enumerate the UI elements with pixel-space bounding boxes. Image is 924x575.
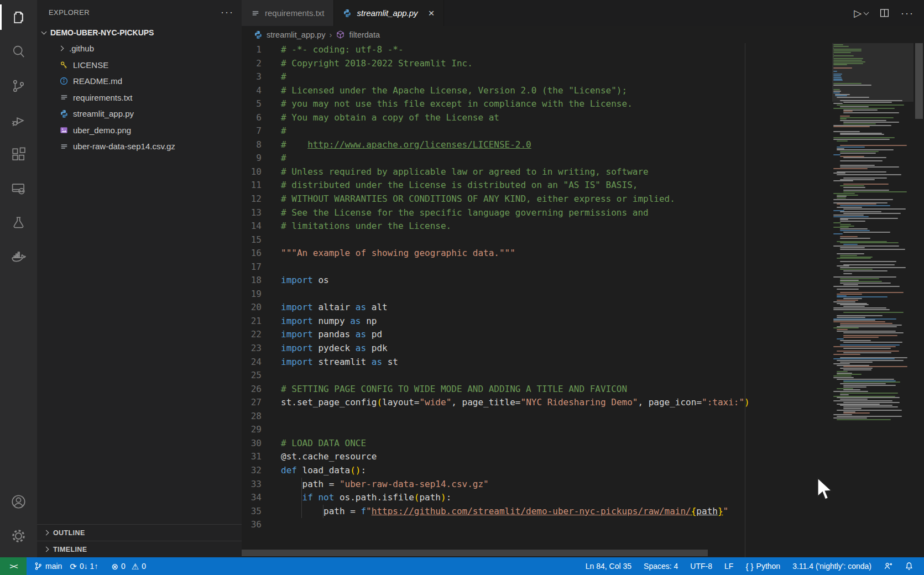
code-line-17[interactable]: 17 bbox=[242, 260, 832, 274]
code-editor[interactable]: 1# -*- coding: utf-8 -*-2# Copyright 201… bbox=[242, 43, 832, 557]
code-line-3[interactable]: 3# bbox=[242, 70, 832, 84]
code-line-30[interactable]: 30# LOAD DATA ONCE bbox=[242, 437, 832, 451]
code-line-6[interactable]: 6# You may obtain a copy of the License … bbox=[242, 111, 832, 125]
minimap-line bbox=[833, 327, 859, 328]
code-line-24[interactable]: 24import streamlit as st bbox=[242, 356, 832, 369]
status-eol[interactable]: LF bbox=[721, 557, 737, 575]
minimap-line bbox=[843, 381, 900, 383]
tree-file-uber-raw-data-sep14.csv.gz[interactable]: uber-raw-data-sep14.csv.gz bbox=[37, 138, 242, 155]
code-line-1[interactable]: 1# -*- coding: utf-8 -*- bbox=[242, 43, 832, 57]
timeline-panel-header[interactable]: TIMELINE bbox=[37, 541, 242, 557]
status-feedback[interactable] bbox=[880, 557, 896, 575]
code-line-16[interactable]: 16"""An example of showing geographic da… bbox=[242, 247, 832, 260]
minimap-line bbox=[840, 249, 905, 250]
minimap[interactable] bbox=[832, 43, 913, 557]
breadcrumb-symbol[interactable]: filterdata bbox=[349, 30, 380, 39]
code-line-27[interactable]: 27st.set_page_config(layout="wide", page… bbox=[242, 396, 832, 410]
split-editor-button[interactable] bbox=[880, 8, 889, 18]
tree-file-streamlit_app.py[interactable]: streamlit_app.py bbox=[37, 106, 242, 122]
code-line-29[interactable]: 29 bbox=[242, 423, 832, 437]
explorer-icon[interactable] bbox=[0, 0, 37, 34]
code-line-8[interactable]: 8# http://www.apache.org/licenses/LICENS… bbox=[242, 138, 832, 152]
code-line-10[interactable]: 10# Unless required by applicable law or… bbox=[242, 165, 832, 179]
code-line-22[interactable]: 22import pandas as pd bbox=[242, 328, 832, 342]
code-line-21[interactable]: 21import numpy as np bbox=[242, 315, 832, 328]
horizontal-scrollbar-thumb[interactable] bbox=[242, 550, 708, 556]
status-python-interpreter[interactable]: 3.11.4 ('nightly': conda) bbox=[789, 557, 875, 575]
code-line-26[interactable]: 26# SETTING PAGE CONFIG TO WIDE MODE AND… bbox=[242, 383, 832, 396]
tree-folder-.github[interactable]: .github bbox=[37, 40, 242, 57]
breadcrumb-file[interactable]: streamlit_app.py bbox=[267, 30, 325, 39]
minimap-line bbox=[840, 280, 859, 281]
code-line-13[interactable]: 13# See the License for the specific lan… bbox=[242, 206, 832, 220]
text-icon bbox=[59, 93, 69, 102]
minimap-line bbox=[833, 50, 862, 51]
status-encoding[interactable]: UTF-8 bbox=[686, 557, 716, 575]
git-sync-item[interactable]: ⟳ 0↓ 1↑ bbox=[66, 557, 102, 575]
code-line-5[interactable]: 5# you may not use this file except in c… bbox=[242, 97, 832, 111]
explorer-more-actions-icon[interactable]: ··· bbox=[221, 9, 234, 15]
code-line-36[interactable]: 36 bbox=[242, 518, 832, 532]
code-line-31[interactable]: 31@st.cache_resource bbox=[242, 450, 832, 464]
code-line-11[interactable]: 11# distributed under the License is dis… bbox=[242, 179, 832, 192]
code-line-32[interactable]: 32def load_data(): bbox=[242, 464, 832, 478]
code-line-18[interactable]: 18import os bbox=[242, 274, 832, 288]
code-line-34[interactable]: 34if not os.path.isfile(path): bbox=[242, 491, 832, 505]
minimap-line bbox=[840, 368, 873, 369]
tab-streamlit_app.py[interactable]: streamlit_app.py× bbox=[334, 0, 444, 26]
run-python-file-button[interactable]: ▷ bbox=[854, 7, 868, 19]
run-and-debug-icon[interactable] bbox=[0, 103, 37, 137]
settings-icon[interactable] bbox=[0, 519, 37, 553]
remote-explorer-icon[interactable] bbox=[0, 171, 37, 206]
tree-file-requirements.txt[interactable]: requirements.txt bbox=[37, 90, 242, 106]
root-folder-row[interactable]: DEMO-UBER-NYC-PICKUPS bbox=[37, 24, 242, 40]
status-language-mode[interactable]: { }Python bbox=[742, 557, 784, 575]
code-line-23[interactable]: 23import pydeck as pdk bbox=[242, 342, 832, 356]
code-line-7[interactable]: 7# bbox=[242, 124, 832, 138]
minimap-line bbox=[833, 108, 895, 109]
source-control-icon[interactable] bbox=[0, 69, 37, 103]
code-line-2[interactable]: 2# Copyright 2018-2022 Streamlit Inc. bbox=[242, 57, 832, 71]
docker-icon[interactable] bbox=[0, 240, 37, 274]
minimap-line bbox=[840, 221, 865, 222]
tab-requirements.txt[interactable]: requirements.txt bbox=[242, 0, 334, 26]
minimap-line bbox=[837, 410, 902, 411]
code-line-4[interactable]: 4# Licensed under the Apache License, Ve… bbox=[242, 84, 832, 98]
status-cursor-position[interactable]: Ln 84, Col 35 bbox=[582, 557, 635, 575]
code-line-19[interactable]: 19 bbox=[242, 288, 832, 301]
indent-guide bbox=[281, 505, 323, 519]
search-icon[interactable] bbox=[0, 34, 37, 69]
git-branch-item[interactable]: main bbox=[30, 557, 66, 575]
close-icon[interactable]: × bbox=[429, 8, 435, 18]
status-notifications[interactable] bbox=[901, 557, 917, 575]
line-content: # bbox=[281, 70, 286, 84]
vertical-scrollbar-thumb[interactable] bbox=[915, 43, 923, 119]
minimap-line bbox=[833, 71, 837, 72]
extensions-icon[interactable] bbox=[0, 137, 37, 171]
minimap-line bbox=[840, 269, 873, 270]
vertical-scrollbar[interactable] bbox=[914, 43, 924, 557]
code-line-15[interactable]: 15 bbox=[242, 233, 832, 247]
editor-ruler bbox=[745, 43, 745, 557]
code-line-12[interactable]: 12# WITHOUT WARRANTIES OR CONDITIONS OF … bbox=[242, 192, 832, 206]
code-line-14[interactable]: 14# limitations under the License. bbox=[242, 219, 832, 233]
tree-file-uber_demo.png[interactable]: uber_demo.png bbox=[37, 122, 242, 139]
horizontal-scrollbar[interactable] bbox=[242, 550, 832, 556]
tree-file-README.md[interactable]: README.md bbox=[37, 73, 242, 90]
remote-indicator[interactable]: >< bbox=[0, 557, 27, 575]
code-line-28[interactable]: 28 bbox=[242, 410, 832, 424]
problems-item[interactable]: ⊗ 0 ⚠ 0 bbox=[107, 557, 150, 575]
tree-file-LICENSE[interactable]: LICENSE bbox=[37, 57, 242, 74]
minimap-line bbox=[833, 227, 849, 228]
more-actions-button[interactable]: ··· bbox=[901, 11, 914, 16]
text-icon bbox=[59, 142, 69, 151]
code-line-20[interactable]: 20import altair as alt bbox=[242, 301, 832, 315]
code-line-33[interactable]: 33path = "uber-raw-data-sep14.csv.gz" bbox=[242, 478, 832, 492]
code-line-25[interactable]: 25 bbox=[242, 369, 832, 383]
status-indentation[interactable]: Spaces: 4 bbox=[640, 557, 682, 575]
code-line-9[interactable]: 9# bbox=[242, 151, 832, 165]
outline-panel-header[interactable]: OUTLINE bbox=[37, 524, 242, 541]
code-line-35[interactable]: 35path = f"https://github.com/streamlit/… bbox=[242, 505, 832, 519]
accounts-icon[interactable] bbox=[0, 484, 37, 519]
testing-icon[interactable] bbox=[0, 206, 37, 240]
